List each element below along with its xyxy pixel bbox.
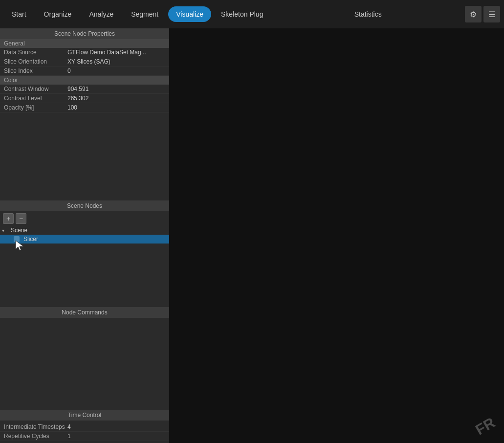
prop-row-contrast-level: Contrast Level 265.302 bbox=[0, 94, 169, 103]
time-control-panel: Time Control Intermediate Timesteps 4 Re… bbox=[0, 410, 169, 443]
main-content: Scene Node Properties General Data Sourc… bbox=[0, 28, 504, 443]
properties-panel: Scene Node Properties General Data Sourc… bbox=[0, 28, 169, 200]
tree-label-scene: Scene bbox=[11, 227, 27, 234]
nav-start[interactable]: Start bbox=[4, 6, 34, 22]
top-nav: Start Organize Analyze Segment Visualize… bbox=[0, 0, 504, 28]
prop-label-data-source: Data Source bbox=[4, 49, 67, 56]
prop-value-contrast-level: 265.302 bbox=[67, 95, 165, 102]
remove-node-button[interactable]: − bbox=[16, 213, 26, 224]
add-node-button[interactable]: + bbox=[3, 213, 14, 224]
prop-value-data-source: GTFlow Demo DataSet Mag... bbox=[67, 49, 165, 56]
prop-value-contrast-window: 904.591 bbox=[67, 86, 165, 92]
svg-text:FR: FR bbox=[473, 414, 498, 438]
slicer-icon bbox=[14, 236, 20, 242]
nav-analyze[interactable]: Analyze bbox=[81, 6, 121, 22]
time-control-row-timesteps: Intermediate Timesteps 4 bbox=[0, 422, 169, 432]
prop-label-slice-index: Slice Index bbox=[4, 67, 67, 74]
tree-label-slicer: Slicer bbox=[23, 236, 38, 243]
nav-skeleton-plug[interactable]: Skeleton Plug bbox=[213, 6, 271, 22]
nav-visualize[interactable]: Visualize bbox=[168, 6, 211, 22]
plus-icon: + bbox=[6, 215, 10, 222]
minus-icon: − bbox=[19, 215, 23, 222]
left-panel: Scene Node Properties General Data Sourc… bbox=[0, 28, 169, 443]
nav-statistics[interactable]: Statistics bbox=[347, 6, 390, 22]
timesteps-label: Intermediate Timesteps bbox=[4, 423, 67, 430]
properties-header: Scene Node Properties bbox=[0, 28, 169, 39]
tree-empty-space bbox=[0, 244, 169, 307]
prop-value-slice-index: 0 bbox=[67, 67, 165, 74]
prop-value-opacity: 100 bbox=[67, 104, 165, 111]
scene-nodes-toolbar: + − bbox=[0, 211, 169, 226]
prop-row-slice-orientation: Slice Orientation XY Slices (SAG) bbox=[0, 57, 169, 66]
prop-label-slice-orientation: Slice Orientation bbox=[4, 58, 67, 65]
prop-label-contrast-window: Contrast Window bbox=[4, 86, 67, 92]
nav-organize[interactable]: Organize bbox=[36, 6, 80, 22]
timesteps-value: 4 bbox=[67, 423, 165, 430]
time-control-content: Intermediate Timesteps 4 Repetitive Cycl… bbox=[0, 421, 169, 443]
nav-segment[interactable]: Segment bbox=[123, 6, 166, 22]
general-group-header: General bbox=[0, 39, 169, 48]
prop-label-opacity: Opacity [%] bbox=[4, 104, 67, 111]
viewport-panel[interactable]: FR bbox=[169, 28, 504, 443]
time-control-row-cycles: Repetitive Cycles 1 bbox=[0, 432, 169, 441]
tree-content: ▾ Scene Slicer bbox=[0, 226, 169, 307]
scene-nodes-panel: Scene Nodes + − ▾ Scene Slicer bbox=[0, 200, 169, 307]
color-group-header: Color bbox=[0, 76, 169, 85]
settings-button[interactable]: ⚙ bbox=[465, 6, 482, 22]
tree-row-slicer[interactable]: Slicer bbox=[0, 235, 169, 244]
prop-label-contrast-level: Contrast Level bbox=[4, 95, 67, 102]
node-commands-panel: Node Commands bbox=[0, 307, 169, 410]
cycles-label: Repetitive Cycles bbox=[4, 433, 67, 440]
settings-icon: ⚙ bbox=[470, 10, 477, 19]
prop-row-contrast-window: Contrast Window 904.591 bbox=[0, 85, 169, 94]
time-control-header: Time Control bbox=[0, 410, 169, 421]
tree-row-scene[interactable]: ▾ Scene bbox=[0, 226, 169, 235]
commands-content bbox=[0, 318, 169, 410]
cycles-value: 1 bbox=[67, 433, 165, 440]
prop-row-data-source: Data Source GTFlow Demo DataSet Mag... bbox=[0, 48, 169, 57]
scene-nodes-header: Scene Nodes bbox=[0, 200, 169, 211]
properties-content: General Data Source GTFlow Demo DataSet … bbox=[0, 39, 169, 200]
prop-row-opacity: Opacity [%] 100 bbox=[0, 103, 169, 112]
prop-row-slice-index: Slice Index 0 bbox=[0, 66, 169, 76]
tree-arrow-scene: ▾ bbox=[2, 228, 9, 233]
node-commands-header: Node Commands bbox=[0, 307, 169, 318]
menu-icon: ☰ bbox=[488, 10, 495, 19]
prop-value-slice-orientation: XY Slices (SAG) bbox=[67, 58, 165, 65]
menu-button[interactable]: ☰ bbox=[483, 6, 500, 22]
watermark: FR bbox=[469, 408, 502, 441]
